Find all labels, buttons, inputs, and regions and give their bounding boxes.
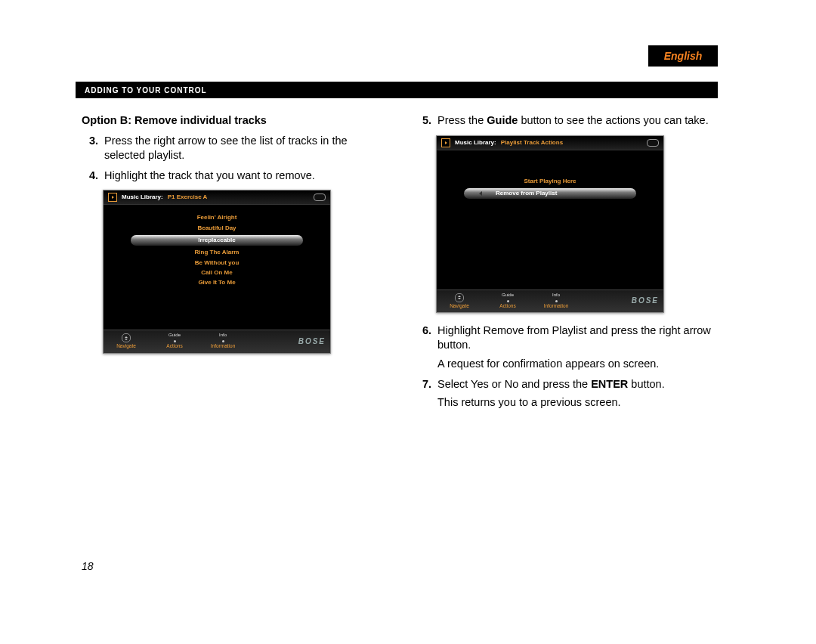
footer-info: Info Information <box>538 293 574 309</box>
manual-page: English ADDING TO YOUR CONTROL Option B:… <box>0 0 816 644</box>
device-title-sub: Playlist Track Actions <box>501 139 563 147</box>
pill-icon <box>314 194 326 201</box>
step-7: 7. Select Yes or No and press the ENTER … <box>415 377 718 410</box>
step-text: Highlight the track that you want to rem… <box>104 169 385 183</box>
footer-guide-top: Guide <box>502 293 514 299</box>
left-column: Option B: Remove individual tracks 3. Pr… <box>82 113 385 416</box>
selected-label: Remove from Playlist <box>496 190 557 197</box>
right-steps-b: 6. Highlight Remove from Playlist and pr… <box>415 324 718 410</box>
device-body: Feelin' AlrightBeautiful DayIrreplaceabl… <box>104 205 330 330</box>
footer-navigate: Navigate <box>441 293 478 309</box>
device-body: Start Playing HereRemove from Playlist <box>437 150 663 289</box>
list-item: Beautiful Day <box>197 224 236 232</box>
dot-icon <box>174 340 176 342</box>
device-titlebar: Music Library: Playlist Track Actions <box>437 136 663 150</box>
step-text: Select Yes or No and press the ENTER but… <box>437 377 718 410</box>
bose-logo: BOSE <box>632 296 659 305</box>
page-number: 18 <box>82 560 94 572</box>
step-4: 4. Highlight the track that you want to … <box>82 169 385 183</box>
dot-icon <box>222 340 224 342</box>
footer-info-bot: Information <box>544 303 569 309</box>
footer-navigate-label: Navigate <box>116 343 136 349</box>
selected-row: Irreplaceable <box>131 235 303 246</box>
step-3: 3. Press the right arrow to see the list… <box>82 134 385 163</box>
device-title-main: Music Library: <box>122 194 163 201</box>
list-item: Be Without you <box>195 259 240 267</box>
device-screenshot-tracks: Music Library: P1 Exercise A Feelin' Alr… <box>103 190 331 353</box>
dot-icon <box>507 300 509 302</box>
updown-icon <box>122 333 131 342</box>
selected-label: Irreplaceable <box>198 237 235 244</box>
footer-info: Info Information <box>205 333 241 349</box>
step-number: 4. <box>82 169 98 183</box>
device-title-sub: P1 Exercise A <box>168 194 208 201</box>
device-footer: Navigate Guide Actions Info Information … <box>104 330 330 352</box>
footer-guide: Guide Actions <box>490 293 526 309</box>
right-column: 5. Press the Guide button to see the act… <box>415 113 718 416</box>
footer-info-top: Info <box>219 333 227 339</box>
list-item: Start Playing Here <box>524 178 576 185</box>
footer-navigate-label: Navigate <box>450 303 469 309</box>
step-text: Highlight Remove from Playlist and press… <box>437 324 718 371</box>
list-item: Call On Me <box>201 269 232 277</box>
list-item: Ring The Alarm <box>195 249 240 256</box>
footer-guide-bot: Actions <box>166 343 182 349</box>
footer-info-bot: Information <box>211 343 236 349</box>
right-steps-a: 5. Press the Guide button to see the act… <box>415 113 718 128</box>
step-6: 6. Highlight Remove from Playlist and pr… <box>415 324 718 371</box>
step-number: 3. <box>82 134 98 163</box>
list-item: Give It To Me <box>198 279 235 286</box>
step-number: 7. <box>415 377 431 410</box>
footer-guide-top: Guide <box>168 333 181 339</box>
step-sub: A request for confirmation appears on sc… <box>437 357 718 371</box>
updown-icon <box>455 293 464 302</box>
step-text: Press the Guide button to see the action… <box>437 113 718 128</box>
left-steps: 3. Press the right arrow to see the list… <box>82 134 385 183</box>
step-main: Highlight Remove from Playlist and press… <box>437 324 711 351</box>
play-icon <box>108 193 117 202</box>
device-footer: Navigate Guide Actions Info Information … <box>437 289 663 312</box>
section-header: ADDING TO YOUR CONTROL <box>76 82 718 98</box>
selected-row: Remove from Playlist <box>464 188 636 199</box>
footer-navigate: Navigate <box>108 333 144 349</box>
step-text: Press the right arrow to see the list of… <box>104 134 385 163</box>
bose-logo: BOSE <box>298 336 326 346</box>
step-number: 6. <box>415 324 431 371</box>
footer-guide-bot: Actions <box>499 303 515 309</box>
list-item: Feelin' Alright <box>197 214 237 221</box>
pill-icon <box>647 139 659 147</box>
device-screenshot-actions: Music Library: Playlist Track Actions St… <box>436 135 664 313</box>
dot-icon <box>555 300 558 302</box>
language-tab: English <box>648 45 718 67</box>
device-title-main: Music Library: <box>455 139 496 147</box>
arrow-left-icon <box>479 191 482 196</box>
columns: Option B: Remove individual tracks 3. Pr… <box>82 113 718 416</box>
step-5: 5. Press the Guide button to see the act… <box>415 113 718 128</box>
play-icon <box>441 138 450 147</box>
step-main: Select Yes or No and press the ENTER but… <box>437 378 665 390</box>
step-number: 5. <box>415 113 431 128</box>
footer-guide: Guide Actions <box>156 333 193 349</box>
step-sub: This returns you to a previous screen. <box>437 395 718 410</box>
option-b-title: Option B: Remove individual tracks <box>82 113 385 128</box>
device-titlebar: Music Library: P1 Exercise A <box>104 190 330 205</box>
footer-info-top: Info <box>552 293 560 299</box>
